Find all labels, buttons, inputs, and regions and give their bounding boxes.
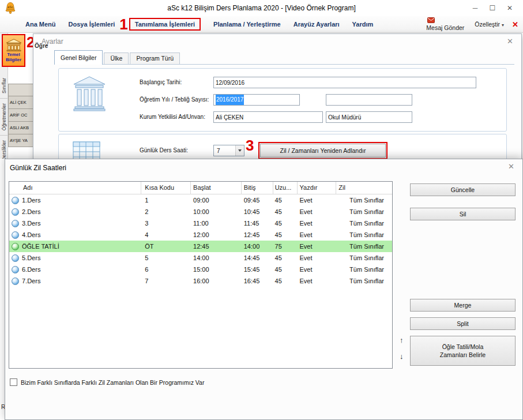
column-header-adi[interactable]: Adı	[9, 182, 141, 194]
table-row[interactable]: 1.Ders 1 09:00 09:45 45 Evet Tüm Sınıfla…	[9, 194, 392, 206]
bell-time-icon	[12, 278, 19, 285]
bell-time-icon	[12, 243, 19, 250]
different-bell-times-option: Bizim Farklı Sınıflarda Farklı Zil Zaman…	[10, 378, 204, 386]
chevron-down-icon	[238, 149, 242, 152]
svg-text:aSc: aSc	[7, 5, 13, 9]
ozellestir-label: Özelleştir	[475, 21, 500, 28]
set-lunch-break-label-line2: Zamanları Belirle	[440, 351, 486, 359]
mesaj-gonder-button[interactable]: Mesaj Gönder	[426, 17, 464, 31]
vertical-tab-derslikler[interactable]: Derslikler	[0, 136, 7, 159]
different-bell-times-checkbox[interactable]	[10, 378, 17, 386]
maximize-icon[interactable]: ☐	[484, 4, 501, 12]
bell-time-icon	[12, 197, 19, 204]
column-header-baslat[interactable]: Başlat	[191, 182, 242, 194]
tab-ulke[interactable]: Ülke	[104, 52, 129, 64]
temple-building-icon	[5, 39, 22, 51]
teacher-list-partial: ALİ ÇEK ARİF OC ASLI AKB AYŞE YA	[8, 84, 33, 147]
partial-text: Öğre	[35, 43, 48, 49]
asc-bell-logo-icon: aSc	[4, 2, 17, 14]
table-row-lunch-break[interactable]: ÖĞLE TATİLİ ÖT 12:45 14:00 75 Evet Tüm S…	[9, 241, 392, 252]
daily-lesson-count-label: Günlük Ders Saati:	[140, 147, 188, 153]
list-item[interactable]: ALİ ÇEK	[8, 96, 33, 109]
tab-program-turu[interactable]: Program Türü	[130, 52, 180, 64]
authority-title-input[interactable]	[326, 111, 412, 123]
start-date-input[interactable]	[213, 77, 476, 88]
menu-planlama-yerlestirme[interactable]: Planlama / Yerleştirme	[213, 21, 281, 28]
set-lunch-break-button[interactable]: Öğle Tatili/Mola Zamanları Belirle	[410, 336, 516, 366]
start-date-label: Başlangıç Tarihi:	[140, 79, 182, 85]
window-title: aSc k12 Bilişim Ders Planlama 2020 - [Vi…	[0, 4, 523, 12]
delete-button[interactable]: Sil	[410, 208, 516, 220]
general-info-groupbox: Başlangıç Tarihi: Öğretim Yılı / Tebliğ …	[58, 68, 507, 132]
temel-bilgiler-label: Temel Bilgiler	[3, 52, 24, 62]
move-down-icon[interactable]: ↓	[400, 352, 404, 361]
notice-number-input[interactable]	[326, 94, 412, 106]
authority-name-input[interactable]	[213, 111, 323, 123]
column-header-zil[interactable]: Zil	[336, 182, 392, 194]
move-up-icon[interactable]: ↑	[400, 336, 404, 344]
update-button[interactable]: Güncelle	[410, 183, 516, 196]
school-year-label: Öğretim Yılı / Tebliğ Sayısı:	[140, 96, 209, 103]
annotation-highlight-box: Zil / Zamanları Yeniden Adlandır	[258, 142, 387, 159]
merge-button[interactable]: Merge	[410, 299, 516, 312]
table-header-row: Adı Kısa Kodu Başlat Bitiş Uzu... Yazdır…	[9, 182, 392, 194]
minimize-icon[interactable]: ─	[466, 4, 484, 12]
list-item[interactable]: ARİF OC	[8, 109, 33, 122]
checkbox-label: Bizim Farklı Sınıflarda Farklı Zil Zaman…	[21, 379, 204, 386]
menu-bar: Ana Menü Dosya İşlemleri 1 Tanımlama İşl…	[0, 16, 523, 33]
tab-genel-bilgiler[interactable]: Genel Bilgiler	[54, 50, 103, 65]
message-icon	[427, 17, 435, 23]
ozellestir-button[interactable]: Özelleştir▾	[475, 21, 504, 28]
table-row[interactable]: 7.Ders 7 16:00 16:45 45 Evet Tüm Sınıfla…	[9, 275, 392, 287]
table-row[interactable]: 3.Ders 3 11:00 11:45 45 Evet Tüm Sınıfla…	[9, 217, 392, 229]
table-row[interactable]: 4.Ders 4 12:00 12:45 45 Evet Tüm Sınıfla…	[9, 229, 392, 241]
vertical-tab-siniflar[interactable]: Sınıflar	[0, 73, 7, 99]
column-header-uzunluk[interactable]: Uzu...	[273, 182, 298, 194]
bell-time-icon	[12, 220, 19, 227]
bell-time-icon	[12, 208, 19, 216]
menu-dosya-islemleri[interactable]: Dosya İşlemleri	[69, 21, 115, 28]
column-header-bitis[interactable]: Bitiş	[242, 182, 273, 194]
bell-time-icon	[12, 254, 19, 262]
table-row[interactable]: 6.Ders 6 15:00 15:45 45 Evet Tüm Sınıfla…	[9, 264, 392, 275]
menu-ana-menu[interactable]: Ana Menü	[25, 21, 56, 28]
column-header-yazdir[interactable]: Yazdır	[298, 182, 337, 194]
set-lunch-break-label-line1: Öğle Tatili/Mola	[442, 343, 484, 351]
close-icon[interactable]: ✕	[501, 4, 518, 12]
table-row[interactable]: 2.Ders 2 10:00 10:45 45 Evet Tüm Sınıfla…	[9, 206, 392, 217]
mesaj-gonder-label: Mesaj Gönder	[426, 24, 464, 31]
vertical-tab-ogretmenler[interactable]: Öğretmenler	[0, 99, 7, 136]
annotation-step-3: 3	[246, 138, 254, 153]
tab-strip: Genel Bilgiler Ülke Program Türü	[54, 49, 514, 65]
list-item[interactable]: AYŞE YA	[8, 134, 33, 147]
close-icon[interactable]: ✕	[507, 37, 513, 46]
column-header-kisa-kodu[interactable]: Kısa Kodu	[141, 182, 191, 194]
combo-value: 7	[217, 148, 220, 154]
temel-bilgiler-toolbar-button[interactable]: Temel Bilgiler	[2, 34, 25, 67]
authority-label: Kurum Yetkilisi Ad/Unvan:	[140, 114, 205, 120]
teacher-list-header-cell	[8, 84, 33, 96]
gunluk-zil-saatleri-dialog: Günlük Zil Saatleri ✕ Adı Kısa Kodu Başl…	[5, 159, 523, 420]
split-button[interactable]: Split	[410, 317, 516, 330]
daily-lesson-count-select[interactable]: 7	[213, 145, 244, 156]
combo-dropdown-button[interactable]	[235, 145, 244, 156]
annotation-step-1: 1	[119, 17, 127, 32]
bell-times-table: Adı Kısa Kodu Başlat Bitiş Uzu... Yazdır…	[9, 181, 393, 369]
list-item[interactable]: ASLI AKB	[8, 122, 33, 134]
menu-tanimlama-islemleri[interactable]: Tanımlama İşlemleri	[129, 18, 201, 31]
menu-yardim[interactable]: Yardım	[352, 21, 374, 28]
menubar-close-icon[interactable]: ✕	[512, 20, 518, 29]
title-bar: aSc aSc k12 Bilişim Ders Planlama 2020 -…	[0, 0, 523, 16]
table-row[interactable]: 5.Ders 5 14:00 14:45 45 Evet Tüm Sınıfla…	[9, 252, 392, 264]
menu-arayuz-ayarlari[interactable]: Arayüz Ayarları	[294, 21, 340, 28]
dialog-title: Günlük Zil Saatleri	[10, 164, 66, 172]
chevron-down-icon: ▾	[502, 22, 504, 28]
bell-time-icon	[12, 231, 19, 239]
rename-bell-times-button[interactable]: Zil / Zamanları Yeniden Adlandır	[260, 144, 386, 158]
bell-time-icon	[12, 266, 19, 273]
school-year-input[interactable]: 2016/2017	[213, 94, 300, 106]
school-building-icon	[73, 76, 106, 111]
close-icon[interactable]: ✕	[508, 162, 514, 171]
